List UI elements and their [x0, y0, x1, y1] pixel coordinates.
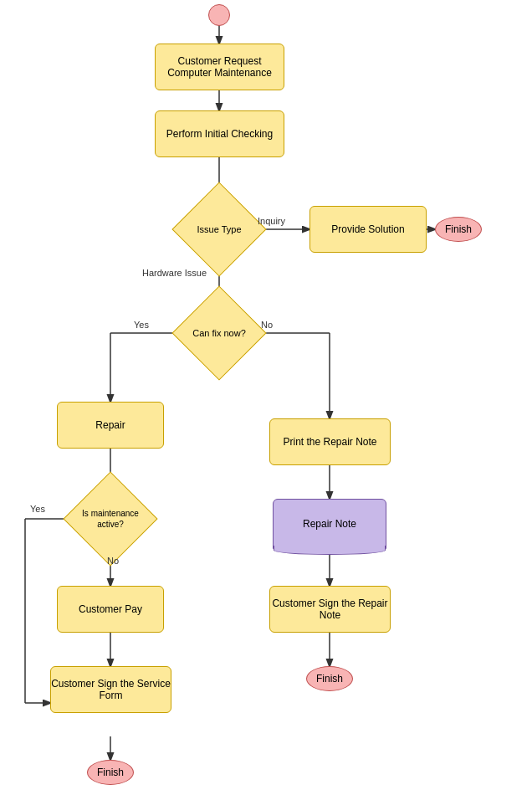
provide-solution-node: Provide Solution	[309, 206, 427, 253]
finish2-label: Finish	[316, 673, 343, 685]
no2-label: No	[107, 556, 119, 566]
repair-label: Repair	[95, 419, 125, 431]
start-node	[208, 4, 230, 26]
print-repair-label: Print the Repair Note	[283, 436, 376, 448]
no1-label: No	[261, 320, 273, 330]
finish3-label: Finish	[97, 767, 124, 778]
inquiry-label: Inquiry	[258, 216, 285, 226]
provide-solution-label: Provide Solution	[331, 223, 404, 235]
yes1-label: Yes	[134, 320, 149, 330]
customer-sign-service-label: Customer Sign the Service Form	[51, 678, 171, 701]
customer-pay-label: Customer Pay	[79, 603, 142, 615]
customer-pay-node: Customer Pay	[57, 586, 164, 633]
is-maintenance-label: Is maintenance active?	[77, 485, 144, 552]
flowchart: Customer Request Computer Maintenance Pe…	[0, 0, 532, 795]
customer-sign-repair-node: Customer Sign the Repair Note	[269, 586, 391, 633]
repair-note-label: Repair Note	[303, 518, 356, 530]
finish2-node: Finish	[306, 666, 353, 691]
can-fix-node: Can fix now?	[186, 300, 253, 367]
print-repair-node: Print the Repair Note	[269, 418, 391, 465]
finish3-node: Finish	[87, 760, 134, 785]
yes2-label: Yes	[30, 504, 45, 514]
customer-sign-repair-label: Customer Sign the Repair Note	[270, 598, 390, 621]
start-oval	[208, 4, 230, 26]
hardware-issue-label: Hardware Issue	[142, 268, 207, 278]
issue-type-node: Issue Type	[186, 196, 253, 263]
customer-sign-service-node: Customer Sign the Service Form	[50, 666, 171, 713]
finish1-label: Finish	[445, 223, 472, 235]
repair-note-node: Repair Note	[273, 499, 386, 549]
issue-type-label: Issue Type	[186, 196, 253, 263]
can-fix-label: Can fix now?	[186, 300, 253, 367]
perform-checking-label: Perform Initial Checking	[166, 128, 273, 140]
customer-request-node: Customer Request Computer Maintenance	[155, 44, 284, 90]
customer-request-label: Customer Request Computer Maintenance	[156, 55, 284, 79]
perform-checking-node: Perform Initial Checking	[155, 110, 284, 157]
finish1-node: Finish	[435, 217, 482, 242]
is-maintenance-node: Is maintenance active?	[77, 485, 144, 552]
repair-node: Repair	[57, 402, 164, 449]
